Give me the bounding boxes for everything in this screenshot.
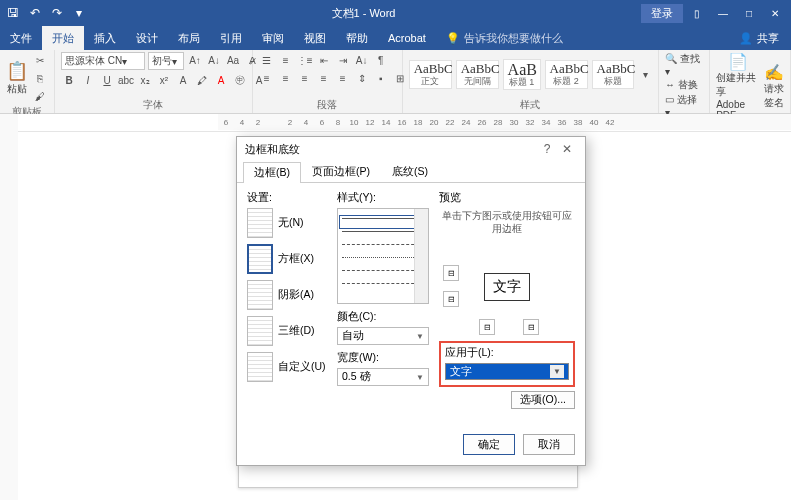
- vertical-ruler[interactable]: [0, 114, 18, 500]
- phonetic-icon[interactable]: ㊥: [232, 72, 248, 88]
- tab-review[interactable]: 审阅: [252, 26, 294, 50]
- tab-layout[interactable]: 布局: [168, 26, 210, 50]
- help-icon[interactable]: ?: [537, 142, 557, 156]
- edge-right-button[interactable]: ⊟: [523, 319, 539, 335]
- distribute-icon[interactable]: ≡: [335, 70, 351, 86]
- styles-more-icon[interactable]: ▾: [638, 67, 652, 83]
- numbering-icon[interactable]: ≡: [278, 52, 294, 68]
- indent-dec-icon[interactable]: ⇤: [316, 52, 332, 68]
- underline-icon[interactable]: U: [99, 72, 115, 88]
- tab-insert[interactable]: 插入: [84, 26, 126, 50]
- subscript-icon[interactable]: x₂: [137, 72, 153, 88]
- font-size-combo[interactable]: 初号 ▾: [148, 52, 184, 70]
- bullets-icon[interactable]: ☰: [259, 52, 275, 68]
- preview-hint: 单击下方图示或使用按钮可应用边框: [439, 209, 575, 235]
- find-button[interactable]: 🔍 查找 ▾: [665, 52, 703, 77]
- login-button[interactable]: 登录: [641, 4, 683, 23]
- dialog-titlebar[interactable]: 边框和底纹 ? ✕: [237, 137, 585, 161]
- share-button[interactable]: 👤 共享: [727, 26, 791, 50]
- tell-me-search[interactable]: 💡 告诉我你想要做什么: [436, 26, 563, 50]
- horizontal-ruler[interactable]: 6422468101214161820222426283032343638404…: [218, 114, 791, 130]
- dlg-tab-page[interactable]: 页面边框(P): [301, 161, 381, 182]
- options-button[interactable]: 选项(O)...: [511, 391, 575, 409]
- ribbon-options-icon[interactable]: ▯: [685, 3, 709, 23]
- style-heading2[interactable]: AaBbC标题 2: [545, 60, 588, 88]
- ok-button[interactable]: 确定: [463, 434, 515, 455]
- tab-references[interactable]: 引用: [210, 26, 252, 50]
- italic-icon[interactable]: I: [80, 72, 96, 88]
- style-listbox[interactable]: [337, 208, 429, 304]
- sort-icon[interactable]: A↓: [354, 52, 370, 68]
- create-pdf-button[interactable]: 📄 创建并共享 Adobe PDF: [716, 52, 760, 121]
- shrink-font-icon[interactable]: A↓: [206, 52, 222, 68]
- tab-home[interactable]: 开始: [42, 26, 84, 50]
- line-spacing-icon[interactable]: ⇕: [354, 70, 370, 86]
- multilevel-icon[interactable]: ⋮≡: [297, 52, 313, 68]
- bold-icon[interactable]: B: [61, 72, 77, 88]
- tab-acrobat[interactable]: Acrobat: [378, 26, 436, 50]
- text-effects-icon[interactable]: A: [175, 72, 191, 88]
- tab-design[interactable]: 设计: [126, 26, 168, 50]
- style-title[interactable]: AaBbC标题: [592, 60, 635, 88]
- align-center-icon[interactable]: ≡: [278, 70, 294, 86]
- superscript-icon[interactable]: x²: [156, 72, 172, 88]
- color-combo[interactable]: 自动▼: [337, 327, 429, 345]
- group-clipboard: 📋 粘贴 ✂ ⎘ 🖌 剪贴板: [0, 50, 55, 113]
- show-marks-icon[interactable]: ¶: [373, 52, 389, 68]
- setting-custom[interactable]: 自定义(U): [247, 352, 327, 382]
- save-icon[interactable]: 🖫: [6, 6, 20, 20]
- edge-left-button[interactable]: ⊟: [479, 319, 495, 335]
- apply-to-value: 文字: [450, 365, 472, 379]
- window-controls: 登录 ▯ ― □ ✕: [641, 3, 791, 23]
- paste-button[interactable]: 📋 粘贴: [6, 60, 28, 96]
- style-nospacing[interactable]: AaBbC无间隔: [456, 60, 499, 88]
- cut-icon[interactable]: ✂: [32, 52, 48, 68]
- change-case-icon[interactable]: Aa: [225, 52, 241, 68]
- setting-box[interactable]: 方框(X): [247, 244, 327, 274]
- indent-inc-icon[interactable]: ⇥: [335, 52, 351, 68]
- edge-top-button[interactable]: ⊟: [443, 265, 459, 281]
- style-scrollbar[interactable]: [414, 209, 428, 303]
- close-icon[interactable]: ✕: [763, 3, 787, 23]
- undo-icon[interactable]: ↶: [28, 6, 42, 20]
- highlight-icon[interactable]: 🖍: [194, 72, 210, 88]
- shading-icon[interactable]: ▪: [373, 70, 389, 86]
- style-normal[interactable]: AaBbC正文: [409, 60, 452, 88]
- preview-column: 预览 单击下方图示或使用按钮可应用边框 ⊟ ⊟ 文字 ⊟ ⊟ 应用于(L): 文…: [439, 191, 575, 420]
- copy-icon[interactable]: ⎘: [32, 70, 48, 86]
- redo-icon[interactable]: ↷: [50, 6, 64, 20]
- dlg-tab-borders[interactable]: 边框(B): [243, 162, 301, 183]
- dlg-tab-shading[interactable]: 底纹(S): [381, 161, 439, 182]
- setting-3d[interactable]: 三维(D): [247, 316, 327, 346]
- width-label: 宽度(W):: [337, 351, 429, 365]
- maximize-icon[interactable]: □: [737, 3, 761, 23]
- align-right-icon[interactable]: ≡: [297, 70, 313, 86]
- dialog-close-icon[interactable]: ✕: [557, 142, 577, 156]
- paragraph-group-label: 段落: [259, 97, 396, 112]
- tab-view[interactable]: 视图: [294, 26, 336, 50]
- request-signature-button[interactable]: ✍ 请求 签名: [764, 63, 784, 110]
- qat-dropdown-icon[interactable]: ▾: [72, 6, 86, 20]
- align-left-icon[interactable]: ≡: [259, 70, 275, 86]
- style-heading1[interactable]: AaB标题 1: [503, 59, 541, 90]
- cancel-button[interactable]: 取消: [523, 434, 575, 455]
- strike-icon[interactable]: abc: [118, 72, 134, 88]
- font-color-icon[interactable]: A: [213, 72, 229, 88]
- settings-column: 设置: 无(N) 方框(X) 阴影(A) 三维(D) 自定义(U): [247, 191, 327, 420]
- setting-none[interactable]: 无(N): [247, 208, 327, 238]
- grow-font-icon[interactable]: A↑: [187, 52, 203, 68]
- font-name-combo[interactable]: 思源宋体 CN ▾: [61, 52, 145, 70]
- apply-to-combo[interactable]: 文字 ▼: [445, 363, 569, 380]
- width-combo[interactable]: 0.5 磅▼: [337, 368, 429, 386]
- tab-help[interactable]: 帮助: [336, 26, 378, 50]
- style-column: 样式(Y): 颜色(C): 自动▼ 宽度(W): 0.5 磅▼: [337, 191, 429, 420]
- replace-button[interactable]: ↔ 替换: [665, 78, 698, 92]
- title-bar: 🖫 ↶ ↷ ▾ 文档1 - Word 登录 ▯ ― □ ✕: [0, 0, 791, 26]
- format-painter-icon[interactable]: 🖌: [32, 88, 48, 104]
- chevron-down-icon: ▼: [416, 332, 424, 341]
- setting-shadow[interactable]: 阴影(A): [247, 280, 327, 310]
- minimize-icon[interactable]: ―: [711, 3, 735, 23]
- edge-bottom-button[interactable]: ⊟: [443, 291, 459, 307]
- tab-file[interactable]: 文件: [0, 26, 42, 50]
- justify-icon[interactable]: ≡: [316, 70, 332, 86]
